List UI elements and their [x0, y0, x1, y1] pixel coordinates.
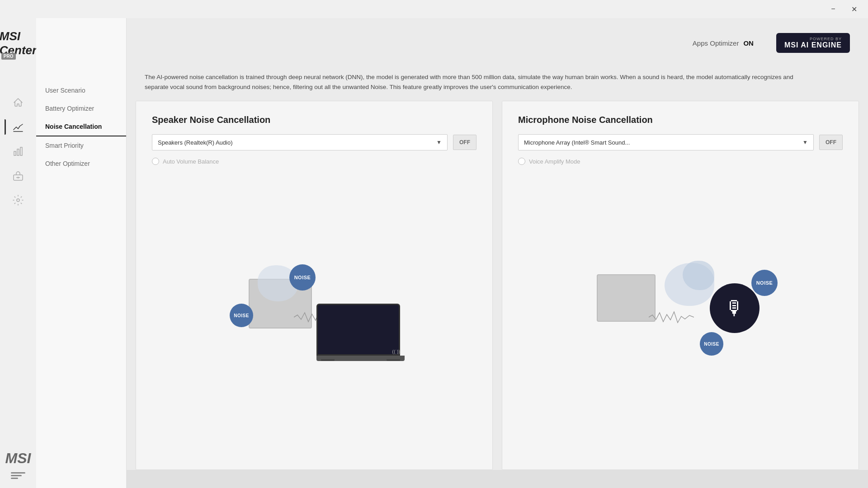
- apps-optimizer-section: Apps Optimizer ON: [693, 39, 754, 47]
- speaker-card-controls: Speakers (Realtek(R) Audio) ▼ OFF: [152, 134, 476, 150]
- pro-badge: PRO: [1, 53, 16, 60]
- stats-icon: [13, 146, 24, 157]
- svg-rect-1: [17, 149, 19, 155]
- msi-line-2: [11, 475, 22, 476]
- ai-engine-badge: POWERED BY MSI AI ENGINE: [776, 33, 850, 53]
- sidebar-item-other-optimizer[interactable]: Other Optimizer: [36, 155, 126, 173]
- main-content: Apps Optimizer ON POWERED BY MSI AI ENGI…: [127, 18, 868, 488]
- auto-volume-checkbox[interactable]: [152, 158, 159, 165]
- laptop-foot-left: [321, 359, 335, 361]
- nav-icon-toolbox[interactable]: [5, 164, 32, 187]
- svg-point-6: [17, 199, 19, 202]
- minimize-button[interactable]: −: [823, 2, 844, 16]
- icon-sidebar: MSI Center PRO: [0, 18, 36, 488]
- mic-icon-circle: 🎙: [710, 283, 760, 333]
- mic-dropdown-arrow: ▼: [802, 139, 808, 145]
- content-header: Apps Optimizer ON POWERED BY MSI AI ENGI…: [127, 18, 868, 68]
- description-text: The AI-powered noise cancellation is tra…: [145, 72, 800, 92]
- speaker-laptop: (( )): [316, 304, 407, 367]
- mic-monitor-bg: [597, 274, 656, 322]
- noise-bubble-left: NOISE: [230, 304, 253, 327]
- mic-waveform: [649, 308, 694, 326]
- toolbox-icon: [13, 170, 24, 181]
- laptop-screen: [316, 304, 400, 356]
- msi-decorative-lines: [11, 472, 25, 479]
- speaker-mark-right: )): [397, 349, 400, 354]
- active-indicator: [5, 119, 6, 135]
- nav-icon-performance[interactable]: [5, 116, 32, 138]
- svg-rect-0: [14, 151, 16, 155]
- sidebar-item-user-scenario[interactable]: User Scenario: [36, 81, 126, 99]
- bottom-strip: [127, 470, 868, 488]
- description-area: The AI-powered noise cancellation is tra…: [127, 68, 868, 101]
- mic-noise-card: Microphone Noise Cancellation Microphone…: [502, 101, 859, 470]
- settings-icon: [13, 195, 24, 206]
- mic-icon: 🎙: [725, 297, 745, 319]
- apps-optimizer-label: Apps Optimizer: [693, 39, 739, 47]
- nav-icon-settings[interactable]: [5, 189, 32, 211]
- speaker-scene: NOISE NOISE: [212, 261, 416, 369]
- msi-line-3: [11, 478, 18, 479]
- app-container: MSI Center PRO: [0, 18, 868, 488]
- mic-dropdown[interactable]: Microphone Array (Intel® Smart Sound... …: [518, 134, 814, 150]
- mic-dropdown-value: Microphone Array (Intel® Smart Sound...: [524, 139, 630, 146]
- speaker-noise-card: Speaker Noise Cancellation Speakers (Rea…: [136, 101, 493, 470]
- sidebar-item-noise-cancellation[interactable]: Noise Cancellation: [36, 117, 126, 136]
- mic-card-title: Microphone Noise Cancellation: [518, 115, 843, 125]
- auto-volume-label: Auto Volume Balance: [163, 158, 219, 165]
- mic-card-controls: Microphone Array (Intel® Smart Sound... …: [518, 134, 843, 150]
- ai-engine-powered-label: POWERED BY: [810, 37, 842, 41]
- mic-voice-amplify: Voice Amplify Mode: [518, 158, 843, 165]
- nav-icon-home[interactable]: [5, 91, 32, 114]
- speaker-mark-left: ((: [392, 349, 395, 354]
- mic-off-toggle[interactable]: OFF: [819, 135, 843, 150]
- nav-icon-stats[interactable]: [5, 140, 32, 163]
- speaker-off-toggle[interactable]: OFF: [453, 135, 476, 150]
- speaker-auto-volume: Auto Volume Balance: [152, 158, 476, 165]
- speaker-card-title: Speaker Noise Cancellation: [152, 115, 476, 125]
- mic-noise-bubble-bottom: NOISE: [700, 332, 723, 356]
- speaker-marks: (( )): [392, 349, 400, 354]
- title-bar: − ✕: [0, 0, 868, 18]
- speaker-dropdown[interactable]: Speakers (Realtek(R) Audio) ▼: [152, 134, 448, 150]
- sidebar-item-battery-optimizer[interactable]: Battery Optimizer: [36, 99, 126, 117]
- voice-amplify-label: Voice Amplify Mode: [529, 158, 580, 165]
- cards-container: Speaker Noise Cancellation Speakers (Rea…: [127, 101, 868, 470]
- laptop-foot-right: [387, 359, 400, 361]
- app-logo: MSI Center PRO: [0, 23, 37, 64]
- speaker-dropdown-arrow: ▼: [436, 139, 442, 145]
- sidebar-item-smart-priority[interactable]: Smart Priority: [36, 136, 126, 155]
- bottom-icons: MSI: [5, 450, 31, 488]
- speaker-dropdown-value: Speakers (Realtek(R) Audio): [158, 139, 232, 146]
- home-icon: [13, 97, 24, 108]
- text-sidebar: User Scenario Battery Optimizer Noise Ca…: [36, 18, 127, 488]
- laptop-base: [316, 356, 405, 361]
- ai-engine-name: MSI AI ENGINE: [784, 41, 842, 49]
- speaker-illustration: NOISE NOISE: [152, 169, 476, 460]
- performance-icon: [13, 122, 24, 132]
- noise-bubble-top: NOISE: [289, 264, 316, 291]
- msi-dragon-logo: MSI: [5, 450, 31, 467]
- msi-line-1: [11, 472, 25, 474]
- svg-rect-2: [20, 147, 22, 155]
- mic-noise-bubble-top: NOISE: [751, 270, 778, 296]
- mic-scene: 🎙 NOISE NOISE: [579, 261, 782, 369]
- voice-amplify-checkbox[interactable]: [518, 158, 525, 165]
- mic-illustration: 🎙 NOISE NOISE: [518, 169, 843, 460]
- nav-icons: [5, 91, 32, 450]
- close-button[interactable]: ✕: [844, 2, 864, 16]
- blob-3: [683, 261, 714, 290]
- apps-optimizer-state: ON: [743, 39, 754, 47]
